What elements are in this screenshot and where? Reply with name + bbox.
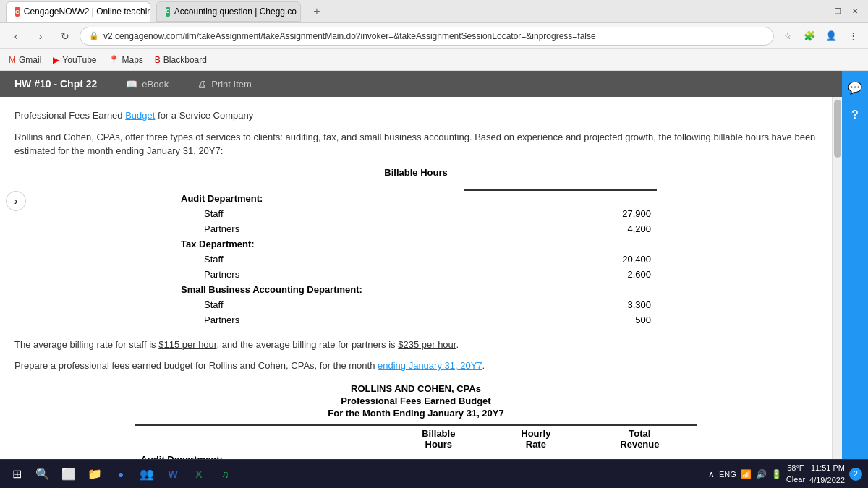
url-bar[interactable]: 🔒 v2.cengagenow.com/ilrn/takeAssignment/… (80, 27, 774, 46)
title-line2: for a Service Company (155, 110, 253, 121)
scrollbar-thumb[interactable] (834, 100, 841, 158)
youtube-icon: ▶ (53, 55, 59, 65)
address-actions: ☆ 🧩 👤 ⋮ (778, 27, 862, 46)
prepare-end: . (482, 360, 485, 371)
audit-staff-value: 27,900 (464, 206, 657, 221)
budget-col3: TotalRevenue (582, 425, 697, 452)
budget-col2: HourlyRate (489, 425, 582, 452)
budget-period: For the Month Ending January 31, 20Y7 (14, 408, 817, 419)
profile-button[interactable]: 👤 (822, 27, 841, 46)
left-nav-arrow[interactable]: › (6, 191, 26, 211)
prepare-link[interactable]: ending January 31, 20Y7 (378, 360, 482, 371)
back-button[interactable]: ‹ (6, 26, 26, 46)
title-link[interactable]: Budget (125, 110, 155, 121)
bookmark-blackboard[interactable]: B Blackboard (155, 55, 207, 65)
taskbar-right: ∧ ENG 📶 🔊 🔋 58°F Clear 11:51 PM 4/19/202… (708, 462, 862, 486)
audit-partners-row: Partners 4,200 (175, 221, 657, 236)
bookmark-gmail[interactable]: M Gmail (9, 55, 41, 65)
tax-dept-row: Tax Department: (175, 236, 657, 252)
bookmarks-bar: M Gmail ▶ YouTube 📍 Maps B Blackboard (0, 49, 868, 71)
window-controls: — ❐ ✕ (813, 4, 862, 19)
audit-staff-row: Staff 27,900 (175, 206, 657, 221)
blackboard-icon: B (155, 55, 161, 65)
ebook-tab[interactable]: 📖 eBook (111, 71, 183, 97)
budget-header: ROLLINS AND COHEN, CPAs Professional Fee… (14, 383, 817, 419)
title-line1: Professional Fees Earned (14, 110, 125, 121)
bookmark-youtube[interactable]: ▶ YouTube (53, 55, 96, 65)
title-bar: C CengageNOWv2 | Online teachin ✕ C Acco… (0, 0, 868, 23)
hw-tab: HW #10 - Chpt 22 (0, 71, 111, 97)
tax-staff-label: Staff (175, 252, 464, 267)
minimize-button[interactable]: — (813, 4, 827, 19)
ebook-icon: 📖 (126, 79, 137, 90)
tax-dept-label: Tax Department: (175, 236, 657, 252)
language-indicator[interactable]: ENG (719, 470, 736, 479)
notification-badge[interactable]: 2 (849, 468, 862, 481)
assignment-area: HW #10 - Chpt 22 📖 eBook 🖨 Print Item Pr… (0, 71, 842, 459)
word-button[interactable]: W (162, 463, 184, 485)
avg-billing-partners: $235 per hour (398, 339, 456, 350)
prepare-prefix: Prepare a professional fees earned budge… (14, 360, 378, 371)
clock-display[interactable]: 11:51 PM 4/19/2022 (809, 462, 845, 486)
assignment-header: HW #10 - Chpt 22 📖 eBook 🖨 Print Item (0, 71, 842, 97)
tab-chegg[interactable]: C Accounting question | Chegg.co ✕ (156, 1, 301, 22)
forward-button[interactable]: › (30, 26, 51, 46)
menu-button[interactable]: ⋮ (843, 27, 862, 46)
weather-temp: 58°F (786, 463, 805, 474)
audit-staff-label: Staff (175, 206, 464, 221)
teams-button[interactable]: 👥 (136, 463, 158, 485)
tab-favicon-cengagenow: C (15, 7, 20, 17)
intro-paragraph: Rollins and Cohen, CPAs, offer three typ… (14, 130, 817, 158)
ebook-label: eBook (142, 79, 169, 90)
print-tab[interactable]: 🖨 Print Item (183, 71, 266, 97)
gmail-label: Gmail (19, 55, 41, 65)
chevron-up-icon[interactable]: ∧ (708, 469, 715, 479)
bookmark-star-button[interactable]: ☆ (778, 27, 797, 46)
taskbar: ⊞ 🔍 ⬜ 📁 ● 👥 W X ♫ ∧ ENG 📶 🔊 🔋 58°F Clear… (0, 459, 868, 488)
sba-partners-row: Partners 500 (175, 312, 657, 328)
scrollbar-track[interactable] (832, 97, 842, 459)
avg-billing-end: . (456, 339, 459, 350)
budget-audit-label: Audit Department: (135, 452, 388, 460)
clock-time: 11:51 PM (809, 462, 845, 474)
maximize-button[interactable]: ❐ (830, 4, 845, 19)
lock-icon: 🔒 (89, 31, 99, 40)
tab-cengagenow[interactable]: C CengageNOWv2 | Online teachin ✕ (6, 1, 150, 22)
tax-partners-value: 2,600 (464, 267, 657, 282)
volume-icon[interactable]: 🔊 (756, 469, 767, 479)
close-button[interactable]: ✕ (848, 4, 862, 19)
sba-partners-label: Partners (175, 312, 464, 328)
task-view-button[interactable]: ⬜ (58, 463, 80, 485)
avg-billing-prefix: The average billing rate for staff is (14, 339, 158, 350)
chat-icon-button[interactable]: 💬 (844, 77, 866, 98)
help-icon-button[interactable]: ? (844, 104, 866, 126)
search-button[interactable]: 🔍 (32, 463, 54, 485)
refresh-button[interactable]: ↻ (55, 26, 75, 46)
content-scroll[interactable]: Professional Fees Earned Budget for a Se… (0, 97, 832, 459)
audit-partners-value: 4,200 (464, 221, 657, 236)
tax-staff-row: Staff 20,400 (175, 252, 657, 267)
bookmark-maps[interactable]: 📍 Maps (109, 55, 143, 65)
sba-staff-value: 3,300 (464, 297, 657, 312)
problem-title: Professional Fees Earned Budget for a Se… (14, 108, 817, 123)
url-text: v2.cengagenow.com/ilrn/takeAssignment/ta… (103, 31, 765, 41)
excel-button[interactable]: X (188, 463, 210, 485)
maps-label: Maps (122, 55, 143, 65)
address-bar: ‹ › ↻ 🔒 v2.cengagenow.com/ilrn/takeAssig… (0, 23, 868, 49)
chrome-taskbar-button[interactable]: ● (110, 463, 132, 485)
battery-icon[interactable]: 🔋 (771, 469, 782, 479)
audit-dept-row: Audit Department: (175, 190, 657, 206)
avg-billing-staff: $115 per hour (158, 339, 216, 350)
start-button[interactable]: ⊞ (6, 463, 27, 485)
sba-partners-value: 500 (464, 312, 657, 328)
avg-billing-text: The average billing rate for staff is $1… (14, 338, 817, 352)
sba-dept-row: Small Business Accounting Department: (175, 282, 657, 297)
spotify-button[interactable]: ♫ (214, 463, 236, 485)
wifi-icon[interactable]: 📶 (741, 469, 752, 479)
file-explorer-button[interactable]: 📁 (84, 463, 106, 485)
budget-company: ROLLINS AND COHEN, CPAs (14, 383, 817, 394)
extensions-button[interactable]: 🧩 (800, 27, 819, 46)
prepare-text: Prepare a professional fees earned budge… (14, 359, 817, 373)
new-tab-button[interactable]: + (307, 1, 327, 22)
avg-billing-mid: , and the average billing rate for partn… (216, 339, 398, 350)
